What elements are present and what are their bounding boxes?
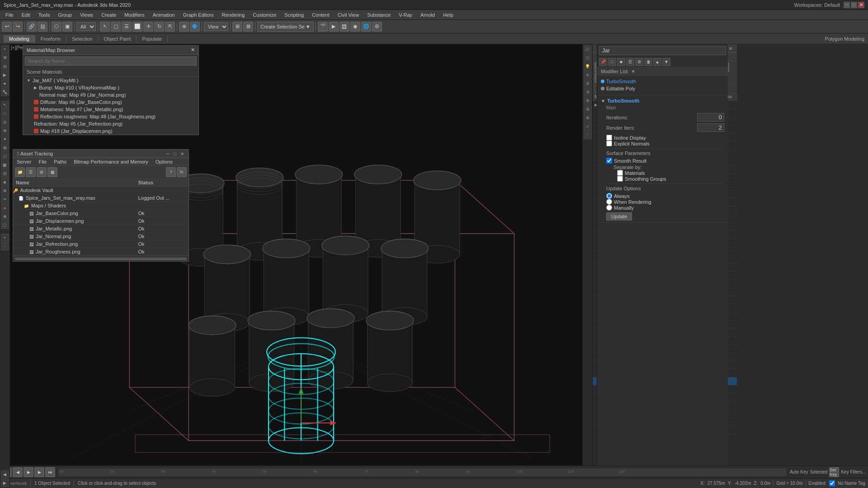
use-pivot[interactable]: ⊕ <box>179 22 189 32</box>
zoom-in[interactable]: + <box>1 234 9 242</box>
next-frame[interactable]: ▶ <box>34 467 44 477</box>
asset-table-row[interactable]: 📁 Maps / Shaders <box>13 202 189 210</box>
prop-tb-list[interactable]: ☰ <box>626 58 634 66</box>
menu-substance[interactable]: Substance <box>363 11 394 19</box>
render-scene[interactable]: 🎬 <box>318 22 328 32</box>
asset-menu-file[interactable]: File <box>35 158 50 165</box>
prop-tb-solid[interactable]: ■ <box>617 58 625 66</box>
asset-menu-options[interactable]: Options <box>152 158 176 165</box>
tool-3[interactable]: ◎ <box>1 118 9 126</box>
asset-menu-bitmap[interactable]: Bitmap Performance and Memory <box>70 158 151 165</box>
menu-rendering[interactable]: Rendering <box>218 11 249 19</box>
menu-tools[interactable]: Tools <box>35 11 54 19</box>
asset-tb-1[interactable]: 📁 <box>15 167 25 177</box>
menu-arnold[interactable]: Arnold <box>417 11 439 19</box>
smooth-result-checkbox[interactable] <box>606 158 612 164</box>
asset-minimize[interactable]: ─ <box>165 151 170 156</box>
select-filter[interactable]: ▣ <box>62 22 72 32</box>
asset-table-row[interactable]: 🖼 Jar_Normal.png Ok <box>13 233 189 240</box>
asset-close[interactable]: ✕ <box>179 151 185 156</box>
prop-tb-trash[interactable]: 🗑 <box>644 58 652 66</box>
redo-button[interactable]: ↪ <box>13 22 23 32</box>
asset-tb-refresh[interactable]: ↻ <box>177 167 187 177</box>
prop-tb-settings[interactable]: ⚙ <box>635 58 643 66</box>
tool-8[interactable]: ▦ <box>1 161 9 169</box>
hierarchy-panel-btn[interactable]: ⊟ <box>1 62 9 70</box>
always-radio[interactable] <box>606 193 612 199</box>
select-object[interactable]: ↖ <box>100 22 110 32</box>
minimize-button[interactable]: ─ <box>844 2 850 8</box>
asset-scrollbar[interactable] <box>13 256 189 261</box>
menu-customize[interactable]: Customize <box>249 11 280 19</box>
tool-6[interactable]: ⊞ <box>1 144 9 152</box>
prop-tb-down[interactable]: ▼ <box>662 58 670 66</box>
mat-item-map18[interactable]: Map #18 (Jar_Displacemen.png) <box>30 127 198 135</box>
mat-item-bump[interactable]: ▶ Bump: Map #10 ( VRayNormalMap ) <box>30 84 198 91</box>
select-region[interactable]: ▢ <box>111 22 121 32</box>
env-effects[interactable]: 🌐 <box>361 22 371 32</box>
asset-tb-3[interactable]: ⊞ <box>37 167 47 177</box>
display-panel-btn[interactable]: ● <box>1 80 9 88</box>
se-close[interactable]: ✕ <box>728 46 733 51</box>
asset-maximize[interactable]: □ <box>172 151 178 156</box>
set-key-btn[interactable]: Set Key <box>829 467 839 477</box>
menu-content[interactable]: Content <box>308 11 333 19</box>
tool-7[interactable]: ⬡ <box>1 152 9 160</box>
object-name-input[interactable] <box>599 46 726 55</box>
move-tool[interactable]: ✛ <box>143 22 153 32</box>
render-iters-input[interactable] <box>697 123 724 132</box>
snap-toggle[interactable]: 🔷 <box>190 22 200 32</box>
bottom-tool-2[interactable]: ▶ <box>1 479 9 487</box>
asset-table-row[interactable]: 🖼 Jar_Refrection.png Ok <box>13 240 189 248</box>
timeline-track[interactable]: 10 20 30 40 50 60 70 80 90 100 110 120 <box>59 469 786 476</box>
vp-tool-camera[interactable]: 🎥 <box>584 45 592 53</box>
menu-civil-view[interactable]: Civil View <box>334 11 363 19</box>
create-panel-btn[interactable]: + <box>1 45 9 53</box>
select-by-name[interactable]: ☰ <box>122 22 132 32</box>
prop-tb-pin[interactable]: 📌 <box>599 58 607 66</box>
render-settings[interactable]: ⚙ <box>372 22 382 32</box>
vp-tool-2[interactable]: ② <box>584 80 592 88</box>
tool-2[interactable]: □ <box>1 109 9 117</box>
asset-menu-paths[interactable]: Paths <box>50 158 70 165</box>
menu-edit[interactable]: Edit <box>18 11 34 19</box>
menu-modifiers[interactable]: Modifiers <box>121 11 148 19</box>
modifier-list-dropdown[interactable]: ▼ <box>631 69 636 74</box>
rotate-tool[interactable]: ↻ <box>154 22 164 32</box>
undo-button[interactable]: ↩ <box>2 22 12 32</box>
tool-9[interactable]: ⊟ <box>1 169 9 178</box>
tool-1[interactable]: ↖ <box>1 101 9 109</box>
vp-tool-3[interactable]: ③ <box>584 88 592 96</box>
enabled-checkbox[interactable] <box>829 480 835 486</box>
play-end[interactable]: ⏭ <box>45 467 55 477</box>
create-selection-set-button[interactable]: Create Selection Se ▼ <box>257 22 314 32</box>
mat-browser-close[interactable]: ✕ <box>191 47 195 53</box>
tool-14[interactable]: ⊕ <box>1 212 9 221</box>
tool-10[interactable]: ◈ <box>1 178 9 186</box>
tab-modeling[interactable]: Modeling <box>4 35 35 42</box>
isoline-checkbox[interactable] <box>606 135 612 141</box>
menu-scripting[interactable]: Scripting <box>281 11 307 19</box>
menu-group[interactable]: Group <box>54 11 75 19</box>
mat-item-refraction[interactable]: Refraction: Map #5 (Jar_Refrection.png) <box>30 120 198 127</box>
tab-selection[interactable]: Selection <box>66 35 98 42</box>
mat-item-normal[interactable]: Normal map: Map #9 (Jar_Normal.png) <box>36 91 198 99</box>
unlink[interactable]: ⛓ <box>38 22 47 32</box>
maximize-button[interactable]: □ <box>851 2 857 8</box>
modifier-turbosmooth[interactable]: TurboSmooth <box>601 78 724 85</box>
align-tool[interactable]: ⊞ <box>232 22 242 32</box>
select-link[interactable]: 🔗 <box>27 22 37 32</box>
mat-search-input[interactable] <box>25 56 197 66</box>
update-button[interactable]: Update <box>606 212 632 221</box>
vp-tool-light[interactable]: 💡 <box>584 62 592 70</box>
menu-create[interactable]: Create <box>98 11 120 19</box>
modify-panel-btn[interactable]: ⚒ <box>1 54 9 62</box>
mirror-tool[interactable]: ⊠ <box>243 22 253 32</box>
explicit-normals-checkbox[interactable] <box>606 141 612 146</box>
modifier-editable-poly[interactable]: Editable Poly <box>601 85 724 92</box>
motion-panel-btn[interactable]: ▶ <box>1 71 9 79</box>
mat-item-metalness[interactable]: Metalness: Map #7 (Jar_Metallic.png) <box>30 106 198 113</box>
quick-render[interactable]: ▶ <box>329 22 339 32</box>
materials-checkbox[interactable] <box>617 170 623 176</box>
mat-item-diffuse[interactable]: Diffuse: Map #6 (Jar_BaseColor.png) <box>30 99 198 106</box>
